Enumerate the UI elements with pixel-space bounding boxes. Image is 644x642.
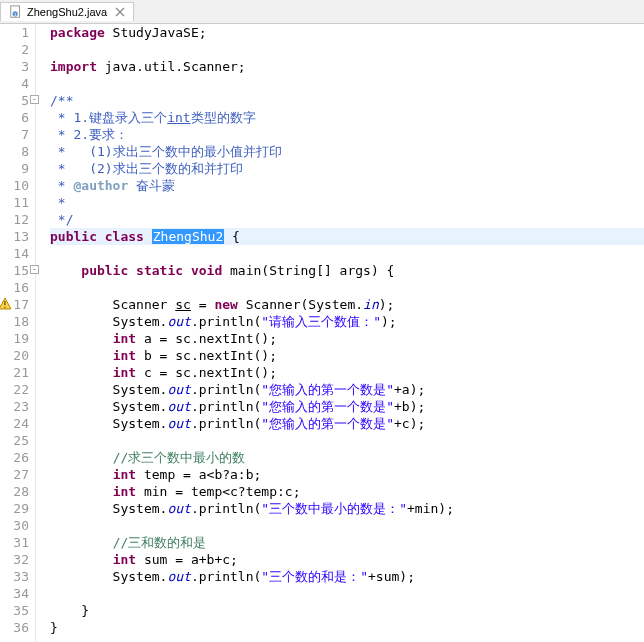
warning-icon: ! bbox=[0, 297, 12, 311]
line-number: 6 bbox=[0, 109, 29, 126]
close-icon[interactable] bbox=[115, 7, 125, 17]
code-line[interactable]: Scanner sc = new Scanner(System.in); bbox=[50, 296, 644, 313]
editor-tab[interactable]: J ZhengShu2.java bbox=[0, 2, 134, 21]
line-number: 35 bbox=[0, 602, 29, 619]
line-number: 31 bbox=[0, 534, 29, 551]
line-number: 18 bbox=[0, 313, 29, 330]
code-line[interactable]: public class ZhengShu2 { bbox=[50, 228, 644, 245]
line-number: 13 bbox=[0, 228, 29, 245]
code-line[interactable]: int sum = a+b+c; bbox=[50, 551, 644, 568]
line-number: 8 bbox=[0, 143, 29, 160]
line-number: 9 bbox=[0, 160, 29, 177]
code-line[interactable]: System.out.println("您输入的第一个数是"+a); bbox=[50, 381, 644, 398]
svg-text:!: ! bbox=[3, 301, 8, 310]
line-number: 16 bbox=[0, 279, 29, 296]
code-line[interactable]: } bbox=[50, 619, 644, 636]
svg-text:J: J bbox=[14, 12, 16, 17]
line-number: 22 bbox=[0, 381, 29, 398]
line-number: 20 bbox=[0, 347, 29, 364]
line-number: 30 bbox=[0, 517, 29, 534]
line-number: 14 bbox=[0, 245, 29, 262]
line-number: 7 bbox=[0, 126, 29, 143]
code-line[interactable]: System.out.println("三个数的和是："+sum); bbox=[50, 568, 644, 585]
line-number: 5- bbox=[0, 92, 29, 109]
code-line[interactable]: //三和数的和是 bbox=[50, 534, 644, 551]
line-number: 1 bbox=[0, 24, 29, 41]
code-line[interactable]: * @author 奋斗蒙 bbox=[50, 177, 644, 194]
code-line[interactable]: * bbox=[50, 194, 644, 211]
code-line[interactable]: System.out.println("您输入的第一个数是"+c); bbox=[50, 415, 644, 432]
code-line[interactable]: } bbox=[50, 602, 644, 619]
line-number: 2 bbox=[0, 41, 29, 58]
line-number: 19 bbox=[0, 330, 29, 347]
code-line[interactable] bbox=[50, 517, 644, 534]
line-number: 17! bbox=[0, 296, 29, 313]
code-line[interactable] bbox=[50, 245, 644, 262]
code-line[interactable]: int min = temp<c?temp:c; bbox=[50, 483, 644, 500]
line-number: 11 bbox=[0, 194, 29, 211]
code-line[interactable]: /** bbox=[50, 92, 644, 109]
line-number: 25 bbox=[0, 432, 29, 449]
code-line[interactable]: int b = sc.nextInt(); bbox=[50, 347, 644, 364]
code-line[interactable] bbox=[50, 41, 644, 58]
code-editor[interactable]: 12345-6789101112131415-1617!181920212223… bbox=[0, 24, 644, 642]
code-line[interactable] bbox=[50, 279, 644, 296]
line-number: 32 bbox=[0, 551, 29, 568]
code-line[interactable]: * (2)求出三个数的和并打印 bbox=[50, 160, 644, 177]
line-number: 33 bbox=[0, 568, 29, 585]
java-file-icon: J bbox=[9, 5, 23, 19]
line-number: 28 bbox=[0, 483, 29, 500]
code-line[interactable]: System.out.println("您输入的第一个数是"+b); bbox=[50, 398, 644, 415]
line-number: 36 bbox=[0, 619, 29, 636]
line-number: 27 bbox=[0, 466, 29, 483]
line-number: 23 bbox=[0, 398, 29, 415]
fold-toggle-icon[interactable]: - bbox=[30, 265, 39, 274]
line-number: 15- bbox=[0, 262, 29, 279]
line-number: 29 bbox=[0, 500, 29, 517]
code-line[interactable]: int temp = a<b?a:b; bbox=[50, 466, 644, 483]
line-number: 12 bbox=[0, 211, 29, 228]
line-number: 34 bbox=[0, 585, 29, 602]
tab-filename: ZhengShu2.java bbox=[27, 6, 107, 18]
fold-toggle-icon[interactable]: - bbox=[30, 95, 39, 104]
line-number: 10 bbox=[0, 177, 29, 194]
code-area[interactable]: package StudyJavaSE;import java.util.Sca… bbox=[36, 24, 644, 642]
code-line[interactable] bbox=[50, 75, 644, 92]
code-line[interactable]: int c = sc.nextInt(); bbox=[50, 364, 644, 381]
code-line[interactable]: import java.util.Scanner; bbox=[50, 58, 644, 75]
code-line[interactable]: System.out.println("三个数中最小的数是："+min); bbox=[50, 500, 644, 517]
code-line[interactable]: int a = sc.nextInt(); bbox=[50, 330, 644, 347]
line-number: 3 bbox=[0, 58, 29, 75]
editor-tab-bar: J ZhengShu2.java bbox=[0, 0, 644, 24]
code-line[interactable]: package StudyJavaSE; bbox=[50, 24, 644, 41]
line-number: 21 bbox=[0, 364, 29, 381]
code-line[interactable]: public static void main(String[] args) { bbox=[50, 262, 644, 279]
line-number: 4 bbox=[0, 75, 29, 92]
code-line[interactable] bbox=[50, 432, 644, 449]
code-line[interactable] bbox=[50, 585, 644, 602]
line-number: 24 bbox=[0, 415, 29, 432]
code-line[interactable]: * 2.要求： bbox=[50, 126, 644, 143]
code-line[interactable]: //求三个数中最小的数 bbox=[50, 449, 644, 466]
line-number: 26 bbox=[0, 449, 29, 466]
line-number-gutter: 12345-6789101112131415-1617!181920212223… bbox=[0, 24, 36, 642]
code-line[interactable]: System.out.println("请输入三个数值："); bbox=[50, 313, 644, 330]
code-line[interactable]: * (1)求出三个数中的最小值并打印 bbox=[50, 143, 644, 160]
code-line[interactable]: */ bbox=[50, 211, 644, 228]
code-line[interactable]: * 1.键盘录入三个int类型的数字 bbox=[50, 109, 644, 126]
